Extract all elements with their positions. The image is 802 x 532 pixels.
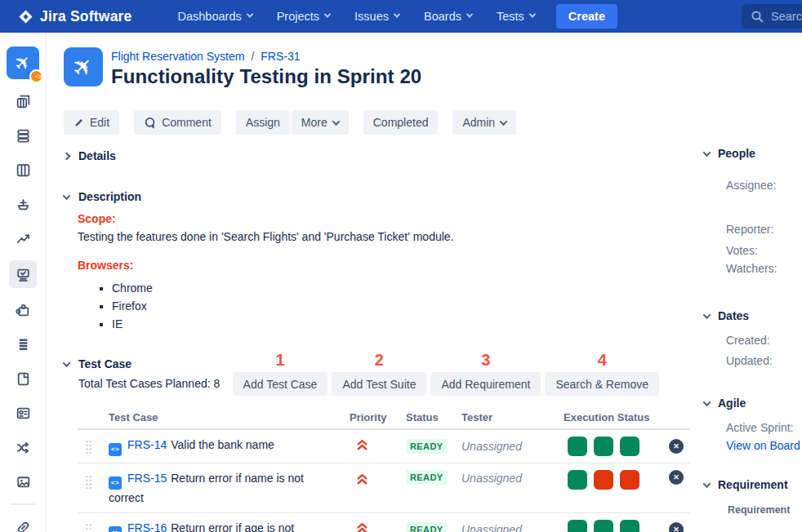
jira-logo[interactable]: Jira Software (18, 8, 132, 25)
add-requirement-button[interactable]: Add Requirement (430, 372, 541, 396)
nav-issues[interactable]: Issues (354, 10, 399, 23)
execution-status-cell (564, 437, 666, 456)
test-case-section-label: Test Case (78, 357, 131, 370)
execution-step[interactable] (568, 520, 587, 532)
breadcrumb-project-link[interactable]: Flight Reservation System (111, 50, 244, 63)
col-execution-status: Execution Status (564, 411, 666, 423)
add-ons-icon[interactable] (9, 298, 37, 322)
search-box[interactable] (742, 4, 802, 29)
col-tester: Tester (461, 411, 564, 423)
nav-projects[interactable]: Projects (277, 10, 330, 23)
chevron-down-icon[interactable] (63, 192, 71, 200)
search-remove-button[interactable]: Search & Remove (545, 372, 659, 396)
agile-section-label: Agile (718, 397, 746, 410)
table-row: FRS-14Valid the bank name READY Unassign… (78, 430, 690, 463)
test-case-table: Test Case Priority Status Tester Executi… (78, 406, 690, 532)
chevron-down-icon[interactable] (703, 149, 711, 157)
chevron-down-icon[interactable] (703, 311, 711, 319)
more-button[interactable]: More (292, 110, 349, 135)
sidebar-project-avatar[interactable]: ✈ <> (7, 47, 39, 79)
view-on-board-link[interactable]: View on Board (726, 440, 802, 451)
link-icon[interactable] (9, 515, 37, 532)
test-case-key-link[interactable]: FRS-15 (127, 472, 167, 485)
drag-handle-icon[interactable] (85, 440, 93, 454)
tester-value[interactable]: Unassigned (461, 472, 564, 485)
remove-test-case-button[interactable] (669, 522, 684, 532)
project-avatar: ✈ (64, 47, 103, 86)
requirement-section-header[interactable]: Requirement (704, 478, 802, 491)
details-section-header[interactable]: Details (64, 149, 704, 162)
execution-step[interactable] (594, 437, 613, 456)
test-case-key-link[interactable]: FRS-16 (127, 521, 167, 532)
dates-section-header[interactable]: Dates (704, 309, 802, 322)
add-test-case-button[interactable]: Add Test Case (233, 372, 328, 396)
dates-section-label: Dates (718, 309, 749, 322)
completed-button[interactable]: Completed (363, 110, 439, 135)
test-case-summary[interactable]: Return error if age is not (171, 521, 294, 532)
execution-status-cell (564, 470, 666, 490)
tester-value[interactable]: Unassigned (461, 440, 564, 453)
tester-value[interactable]: Unassigned (461, 523, 564, 532)
sidebar-divider (11, 503, 35, 505)
chevron-down-icon[interactable] (63, 359, 71, 367)
assign-button[interactable]: Assign (236, 110, 290, 135)
execution-step[interactable] (568, 437, 587, 456)
description-section-header[interactable]: Description (64, 190, 704, 203)
create-button[interactable]: Create (556, 4, 617, 29)
execution-step[interactable] (568, 470, 587, 490)
releases-icon[interactable] (9, 192, 37, 216)
comment-bubble-icon (144, 117, 156, 129)
backlog-icon[interactable] (9, 89, 37, 113)
execution-step[interactable] (620, 470, 639, 490)
chevron-down-icon[interactable] (703, 398, 711, 406)
queues-icon[interactable] (9, 123, 37, 148)
edit-button[interactable]: Edit (64, 110, 119, 135)
nav-tests[interactable]: Tests (497, 10, 535, 23)
breadcrumb-issue-key-link[interactable]: FRS-31 (261, 50, 300, 63)
agile-section-header[interactable]: Agile (704, 397, 802, 410)
people-section-header[interactable]: People (704, 147, 802, 160)
remove-test-case-button[interactable] (669, 439, 684, 454)
table-header-row: Test Case Priority Status Tester Executi… (78, 406, 690, 430)
test-type-icon (109, 443, 122, 456)
admin-button[interactable]: Admin (452, 110, 516, 135)
drag-handle-icon[interactable] (85, 523, 93, 532)
search-input[interactable] (771, 10, 802, 23)
list-icon[interactable] (9, 332, 37, 357)
top-navbar: Jira Software Dashboards Projects Issues… (0, 0, 802, 33)
remove-test-case-button[interactable] (669, 470, 684, 485)
created-label: Created: (726, 335, 802, 346)
execution-step[interactable] (620, 520, 639, 532)
shuffle-icon[interactable] (9, 435, 37, 459)
add-test-suite-button[interactable]: Add Test Suite (332, 372, 426, 396)
media-icon[interactable] (9, 469, 37, 494)
priority-highest-icon (355, 521, 369, 532)
execution-step[interactable] (620, 437, 639, 456)
details-section-label: Details (78, 149, 116, 162)
chevron-down-icon[interactable] (703, 480, 711, 488)
tests-icon[interactable] (9, 260, 37, 288)
reports-icon[interactable] (9, 226, 37, 250)
nav-boards[interactable]: Boards (424, 10, 472, 23)
profile-card-icon[interactable] (9, 401, 37, 425)
test-case-key-link[interactable]: FRS-14 (127, 438, 167, 451)
page-title: Functionality Testing in Sprint 20 (111, 65, 421, 88)
comment-button[interactable]: Comment (134, 110, 221, 135)
active-sprint-label: Active Sprint: (726, 422, 802, 433)
test-case-summary[interactable]: Valid the bank name (171, 438, 274, 451)
drag-handle-icon[interactable] (85, 475, 93, 489)
votes-label: Votes: (726, 245, 802, 256)
description-section: Description Scope: Testing the features … (64, 190, 704, 330)
board-icon[interactable] (9, 157, 37, 182)
browsers-heading: Browsers: (78, 259, 704, 272)
chevron-right-icon[interactable] (63, 152, 71, 160)
col-test-case: Test Case (109, 411, 350, 423)
chevron-down-icon (394, 11, 400, 17)
status-badge: READY (406, 439, 448, 454)
pencil-icon (74, 117, 84, 128)
execution-step[interactable] (594, 520, 613, 532)
pages-icon[interactable] (9, 366, 37, 391)
table-row: FRS-16Return error if age is not READY U… (78, 513, 690, 532)
execution-step[interactable] (594, 470, 613, 490)
nav-dashboards[interactable]: Dashboards (178, 10, 252, 23)
